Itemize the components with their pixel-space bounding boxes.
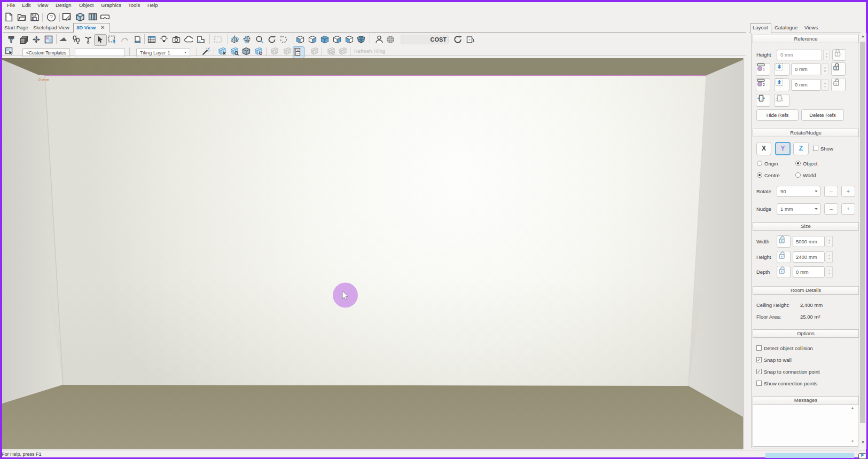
svg-text:2: 2: [763, 83, 765, 86]
svg-text:0 mm: 0 mm: [38, 77, 49, 82]
svg-text:?: ?: [50, 14, 53, 20]
svg-text:1: 1: [763, 67, 765, 71]
